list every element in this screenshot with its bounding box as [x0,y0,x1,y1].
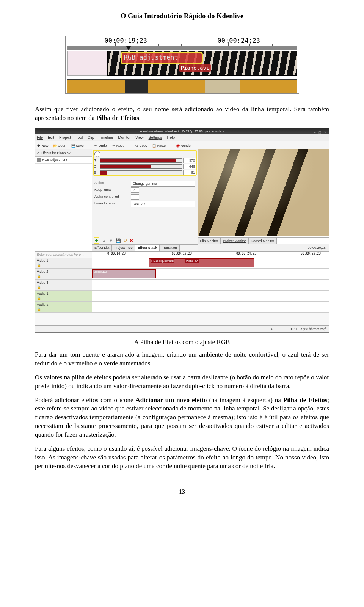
effect-stack-icon-row: ✚ ▲ ▼ 💾 ↺ ✖ [94,238,135,244]
menu-file[interactable]: File [37,134,43,141]
track-head-v2[interactable]: Video 2 🔒 [35,269,92,279]
adjacent-clip [67,51,108,76]
prop-keepluma-label: Keep luma [94,187,131,193]
prop-lumaformula-label: Luma formula [94,201,131,207]
zoom-slider-icon[interactable]: ──●── [266,327,278,331]
lock-icon[interactable]: 🔒 [37,274,41,278]
clip-name-badge: Piano.avi [179,64,211,72]
menu-edit[interactable]: Edit [48,134,54,141]
lock-icon[interactable]: 🔒 [37,285,41,289]
slider-r[interactable] [100,158,182,163]
prop-alpha-checkbox[interactable] [131,194,139,200]
redo-icon: ↷ [111,142,115,150]
p4-a: Poderá adicionar efeitos com o ícone [35,396,135,404]
tl-tc-2: 00:00:19;23 [172,252,192,256]
paste-button[interactable]: 📋 Paste [152,142,166,150]
p4-b: (na imagem à esquerda) na [207,396,283,404]
timeline-ruler[interactable]: 0:00:14;23 00:00:19;23 00:00:24;23 00:00… [92,252,329,258]
save-button[interactable]: 💾 Save [71,142,84,150]
page-title: O Guia Introdutório Rápido do Kdenlive [35,11,329,21]
slider-b-value[interactable]: 61 [183,170,196,175]
menu-tool[interactable]: Tool [76,134,83,141]
monitor-pane: Clip Monitor Project Monitor Record Moni… [198,149,329,251]
effect-down-icon[interactable]: ▼ [109,238,113,243]
tab-project-tree[interactable]: Project Tree [112,245,135,251]
mid-tabs[interactable]: Effect List Project Tree Effect Stack Tr… [92,244,198,251]
track-head-v3[interactable]: Video 3 🔒 [35,280,92,290]
menu-help[interactable]: Help [167,134,175,141]
lock-icon[interactable]: 🔒 [37,307,41,311]
track-head-a1[interactable]: Audio 1 🔒 [35,291,92,301]
new-button[interactable]: ✚ New [37,142,49,150]
track-audio-1[interactable]: Audio 1 🔒 [35,291,329,302]
ruler-timecode-1: 00:00:19;23 [105,36,147,45]
paragraph-5: Para alguns efeitos, como o usando aí, é… [35,445,329,471]
reset-effect-icon[interactable]: ↺ [124,238,127,243]
add-effect-icon[interactable]: ✚ [94,237,99,244]
paragraph-1: Assim que tiver adicionado o efeito, o s… [35,105,329,123]
track-head-v1[interactable]: Video 1 🔒 [35,258,92,268]
tab-clip-monitor[interactable]: Clip Monitor [198,238,221,244]
prop-action-value[interactable]: Change gamma [131,181,195,187]
open-button[interactable]: 📂 Open [53,142,66,150]
keyframe-clock-icon[interactable] [94,151,100,157]
menu-project[interactable]: Project [59,134,71,141]
slider-b[interactable] [100,170,182,175]
lock-icon[interactable]: 🔒 [37,296,41,300]
lower-clip-strip [67,79,297,93]
figure-caption: A Pilha de Efeitos com o ajuste RGB [35,338,329,347]
slider-g-label: G [94,164,99,169]
project-monitor-viewport [198,149,329,236]
clip-piano-name: Piano.avi [185,259,199,263]
render-button[interactable]: ◉ Render [176,141,192,150]
paragraph-1-bold: Pilha de Efeitos [96,114,139,121]
project-notes-placeholder[interactable]: Enter your project notes here ... [37,252,92,257]
toolbar[interactable]: ✚ New 📂 Open 💾 Save ↶ Undo ↷ Redo ⧉ Copy… [35,141,329,150]
menu-timeline[interactable]: Timeline [99,134,113,141]
undo-button[interactable]: ↶ Undo [94,142,107,150]
track-video-3[interactable]: Video 3 🔒 [35,280,329,291]
ruler-scrub-strip [67,46,297,50]
save-icon: 💾 [71,142,75,150]
tab-record-monitor[interactable]: Record Monitor [249,238,277,244]
lock-icon[interactable]: 🔒 [37,263,41,267]
monitor-timecode: 00:00:20;18 [198,244,329,251]
tab-effect-list[interactable]: Effect List [92,245,112,251]
effect-item-rgb[interactable]: RGB adjustment [35,157,92,164]
save-effect-icon[interactable]: 💾 [116,238,121,243]
page-number: 13 [35,487,329,496]
effects-pane: ✓ Effects for Piano.avi RGB adjustment [35,149,93,251]
menubar[interactable]: File Edit Project Tool Clip Timeline Mon… [35,134,329,142]
copy-button[interactable]: ⧉ Copy [135,142,147,150]
delete-effect-icon[interactable]: ✖ [130,238,133,243]
effect-up-icon[interactable]: ▲ [102,238,106,243]
clip-piano[interactable]: RGB adjustment Piano.avi [149,258,254,267]
track-video-1[interactable]: Video 1 🔒 RGB adjustment Piano.avi [35,258,329,269]
track-head-a2[interactable]: Audio 2 🔒 [35,302,92,312]
paragraph-4: Poderá adicionar efeitos com o ícone Adi… [35,396,329,440]
slider-r-value[interactable]: 970 [183,158,196,163]
tab-effect-stack[interactable]: Effect Stack [135,245,160,251]
playhead-icon [126,46,131,50]
menu-clip[interactable]: Clip [88,134,94,141]
effect-label-on-clip: RGB adjustment [121,52,203,64]
track-video-2[interactable]: Video 2 🔒 Billard.avi [35,269,329,280]
menu-settings[interactable]: Settings [149,134,162,141]
effect-enabled-checkbox[interactable] [37,158,41,162]
prop-lumaformula-value[interactable]: Rec. 709 [131,201,195,207]
prop-alpha-label: Alpha controlled [94,194,131,200]
menu-view[interactable]: View [135,134,144,141]
effects-pane-title: ✓ Effects for Piano.avi [35,149,92,157]
track-audio-2[interactable]: Audio 2 🔒 [35,302,329,313]
clip-billard-name: Billard.avi [94,270,107,274]
tab-transition[interactable]: Transition [160,245,179,251]
clip-billard[interactable]: Billard.avi [92,269,156,278]
menu-monitor[interactable]: Monitor [118,134,130,141]
tab-project-monitor[interactable]: Project Monitor [221,238,249,244]
monitor-tabs[interactable]: Clip Monitor Project Monitor Record Moni… [198,237,329,244]
slider-g[interactable] [100,164,182,169]
paragraph-2: Para dar um tom quente e alaranjado à im… [35,351,329,368]
slider-g-value[interactable]: 646 [183,164,196,169]
prop-keepluma-checkbox[interactable] [131,187,139,193]
redo-button[interactable]: ↷ Redo [111,142,124,150]
